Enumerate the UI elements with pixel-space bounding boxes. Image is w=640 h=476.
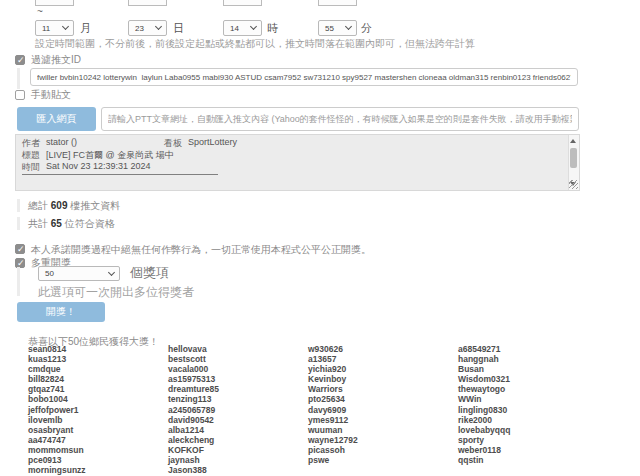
winner-id: sean0814 — [28, 344, 86, 354]
manual-paste-label: 手動貼文 — [31, 88, 71, 102]
winner-id: WWin — [458, 394, 510, 404]
total-unit: 樓推文資料 — [70, 200, 120, 211]
winner-id: ilovemlb — [28, 415, 86, 425]
winner-id: vacala000 — [168, 364, 219, 374]
import-webpage-button[interactable]: 匯入網頁 — [17, 107, 96, 131]
lottery-tool-page: ~ 11 月 23 日 14 時 55 分 設定時間範圍，不分前後，前後設定起點… — [0, 0, 640, 476]
winner-id: jaynash — [168, 455, 219, 465]
winner-id: picassoh — [308, 445, 358, 455]
winner-id: Wisdom0321 — [458, 374, 510, 384]
chevron-down-icon — [62, 23, 69, 30]
winner-id: cmdque — [28, 364, 86, 374]
winner-id: Kevinboy — [308, 374, 358, 384]
time-range-hint: 設定時間範圍，不分前後，前後設定起點或終點都可以，推文時間落在範圍內即可，但無法… — [35, 37, 475, 51]
winner-id: thewaytogo — [458, 384, 510, 394]
pledge-label: 本人承諾開獎過程中絕無任何作弊行為，一切正常使用本程式公平公正開獎。 — [31, 243, 371, 257]
end-month-value: 11 — [42, 24, 50, 33]
chevron-down-icon — [345, 23, 352, 30]
winners-column-3: w930626a13657yichia920KevinboyWarriorspt… — [308, 344, 358, 465]
prize-count-unit-label: 個獎項 — [130, 264, 169, 282]
indent-bar — [17, 199, 20, 212]
draw-button[interactable]: 開獎！ — [17, 302, 105, 322]
end-day-value: 23 — [135, 24, 144, 33]
winner-id: Jason388 — [168, 465, 219, 475]
start-hour-select-partial[interactable] — [223, 0, 262, 6]
time-range-separator: ~ — [37, 6, 43, 17]
board-value: SportLottery — [188, 137, 237, 147]
winner-id: wayne12792 — [308, 435, 358, 445]
month-unit-label: 月 — [80, 21, 91, 36]
winner-id: a13657 — [308, 354, 358, 364]
indent-bar — [17, 267, 20, 296]
winner-id: david90542 — [168, 415, 219, 425]
winner-id: Warriors — [308, 384, 358, 394]
start-day-select-partial[interactable] — [128, 0, 167, 6]
prize-count-value: 50 — [45, 269, 54, 278]
indent-bar — [17, 217, 20, 230]
article-divider — [22, 174, 218, 175]
end-minute-select[interactable]: 55 — [318, 20, 357, 36]
winner-id: pce0913 — [28, 455, 86, 465]
id-filter-input[interactable] — [30, 68, 578, 86]
qualified-unit: 位符合資格 — [65, 218, 115, 229]
winner-id: qqstin — [458, 455, 510, 465]
total-comments-stat: 總計 609 樓推文資料 — [28, 199, 120, 213]
winner-id: hanggnah — [458, 354, 510, 364]
end-hour-value: 14 — [230, 24, 239, 33]
winner-id: tenzing113 — [168, 394, 219, 404]
total-count: 609 — [51, 200, 68, 211]
end-hour-select[interactable]: 14 — [223, 20, 262, 36]
winner-id: kuas1213 — [28, 354, 86, 364]
author-value: stator () — [46, 137, 77, 147]
manual-paste-checkbox[interactable] — [15, 90, 25, 100]
winner-id: a68549271 — [458, 344, 510, 354]
winner-id: w930626 — [308, 344, 358, 354]
chevron-down-icon — [155, 23, 162, 30]
winner-id: weber0118 — [458, 445, 510, 455]
end-day-select[interactable]: 23 — [128, 20, 167, 36]
id-filter-checkbox[interactable] — [15, 55, 25, 65]
winner-id: aa474747 — [28, 435, 86, 445]
winner-id: rike2000 — [458, 415, 510, 425]
scrollbar-thumb[interactable] — [570, 148, 577, 168]
total-label: 總計 — [28, 200, 48, 211]
multi-draw-hint: 此選項可一次開出多位得獎者 — [38, 284, 194, 301]
winner-id: gtqaz741 — [28, 384, 86, 394]
time-value: Sat Nov 23 12:39:31 2024 — [46, 161, 151, 171]
chevron-down-icon — [250, 23, 257, 30]
winner-id: hellovava — [168, 344, 219, 354]
winner-id: a245065789 — [168, 405, 219, 415]
day-unit-label: 日 — [173, 21, 184, 36]
article-url-input[interactable] — [101, 107, 579, 131]
pledge-checkbox[interactable] — [15, 244, 25, 254]
winner-id: pswe — [308, 455, 358, 465]
resize-grip-icon[interactable] — [569, 180, 578, 189]
id-filter-label: 過濾推文ID — [31, 53, 81, 67]
winner-id: mommomsun — [28, 445, 86, 455]
qualified-stat: 共計 65 位符合資格 — [28, 217, 115, 231]
winners-column-4: a68549271hanggnahBusanWisdom0321thewayto… — [458, 344, 510, 465]
winner-id: osasbryant — [28, 425, 86, 435]
winners-column-1: sean0814kuas1213cmdquebill82824gtqaz741b… — [28, 344, 86, 475]
winner-id: aleckcheng — [168, 435, 219, 445]
qualified-label: 共計 — [28, 218, 48, 229]
winner-id: bobo1004 — [28, 394, 86, 404]
scroll-up-icon[interactable] — [570, 139, 576, 143]
winner-id: lovebabyqqq — [458, 425, 510, 435]
winner-id: morningsunzz — [28, 465, 86, 475]
end-month-select[interactable]: 11 — [35, 20, 74, 36]
start-minute-select-partial[interactable] — [318, 0, 357, 6]
winner-id: Busan — [458, 364, 510, 374]
winner-id: wuuman — [308, 425, 358, 435]
chevron-down-icon — [108, 268, 115, 275]
hour-unit-label: 時 — [267, 21, 278, 36]
winner-id: ymes9112 — [308, 415, 358, 425]
winner-id: bestscott — [168, 354, 219, 364]
minute-unit-label: 分 — [361, 21, 372, 36]
winner-id: lingling0830 — [458, 405, 510, 415]
winner-id: KOFKOF — [168, 445, 219, 455]
winner-id: pto25634 — [308, 394, 358, 404]
winner-id: alba1214 — [168, 425, 219, 435]
article-content-textarea[interactable]: 作者 stator () 看板 SportLottery 標題 [LIVE] F… — [15, 134, 580, 191]
prize-count-select[interactable]: 50 — [38, 266, 120, 281]
